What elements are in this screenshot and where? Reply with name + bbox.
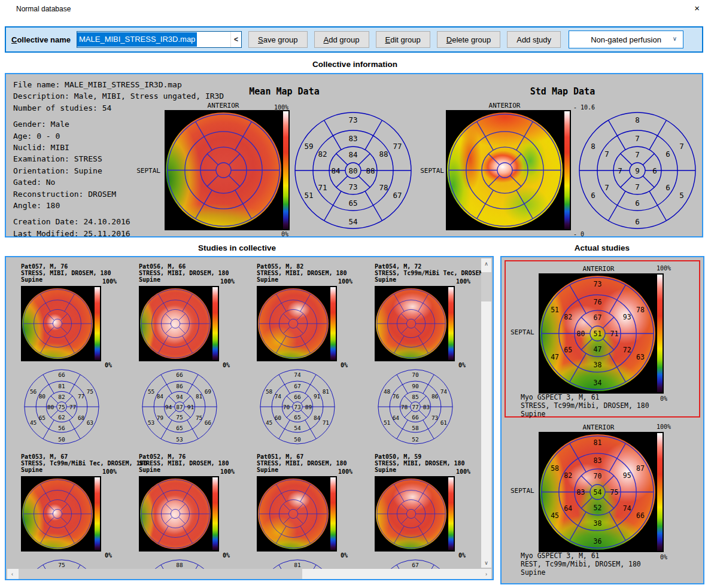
study-protocol-label: STRESS, Tc99m/MiBi Tec, DROSEM, 1 xyxy=(375,270,481,276)
delete-group-button[interactable]: Delete group xyxy=(437,31,500,48)
segment-value: 77 xyxy=(393,142,402,151)
polar-grid xyxy=(447,112,563,228)
segment-value: 84 xyxy=(348,150,357,159)
segment-value: 74 xyxy=(440,388,447,394)
segment-value: 70 xyxy=(594,472,602,480)
segment-value: 50 xyxy=(294,436,300,443)
study-cell[interactable]: Pat055, M, 82STRESS, MIBI, DROSEM, 180Su… xyxy=(257,263,375,453)
study-cell[interactable]: Pat051, M, 67STRESS, MIBI, DROSEM, 180Su… xyxy=(257,453,375,569)
scale-bottom-label: 0% xyxy=(105,552,112,559)
study-cell[interactable]: Pat054, M, 72STRESS, Tc99m/MiBi Tec, DRO… xyxy=(375,263,481,453)
view-mode-select[interactable]: Non-gated perfusion ∨ xyxy=(569,31,683,48)
input-spinner-button[interactable]: < xyxy=(230,32,241,47)
study-protocol-label: STRESS, MIBI, DROSEM, 180 xyxy=(21,270,139,276)
collective-name-input[interactable]: MALE_MIBI_STRESS_IR3D.map < xyxy=(77,31,242,48)
segment-value: 7 xyxy=(635,150,640,159)
segment-value: 88 xyxy=(366,166,375,175)
scroll-left-icon[interactable]: ‹ xyxy=(7,569,17,579)
segment-diagram: 75 xyxy=(23,559,100,569)
polar-grid xyxy=(140,288,211,359)
segment-value: 94 xyxy=(176,393,183,400)
polar-map xyxy=(257,286,337,361)
edit-group-button[interactable]: Edit group xyxy=(376,31,430,48)
actual-studies-panel: ANTERIOR100%5167807147768293657238735178… xyxy=(500,256,704,584)
map-title: Mean Map Data xyxy=(249,86,319,97)
scale-bottom-label: 0% xyxy=(223,552,230,559)
segment-value: 71 xyxy=(323,419,329,426)
vertical-scroll-thumb[interactable] xyxy=(481,272,491,301)
segment-value: 45 xyxy=(30,419,37,426)
segment-value: 78 xyxy=(636,306,645,314)
study-orientation-label: Supine xyxy=(139,276,257,283)
polar-map-image xyxy=(166,112,281,228)
vertical-scrollbar[interactable]: ∧ ∨ xyxy=(481,258,491,568)
add-group-button[interactable]: Add group xyxy=(314,31,369,48)
add-study-button[interactable]: Add study xyxy=(507,31,561,48)
horizontal-scroll-thumb[interactable] xyxy=(19,569,302,579)
polar-map xyxy=(21,476,101,552)
segment-value: 66 xyxy=(205,419,211,426)
horizontal-scrollbar[interactable]: ‹ › xyxy=(7,569,491,579)
close-icon[interactable]: × xyxy=(694,3,700,13)
scale-bottom-label: 0% xyxy=(105,362,112,368)
scale-top-label: 100% xyxy=(657,424,671,430)
segment-value: 65 xyxy=(294,414,300,421)
polar-map-image: 5167807147768293657238735178476334 xyxy=(540,276,655,391)
scroll-down-icon[interactable]: ∨ xyxy=(481,557,491,568)
segment-value: 60 xyxy=(275,414,281,421)
polar-map xyxy=(21,286,101,361)
segment-value: 66 xyxy=(294,393,300,400)
scale-bottom-label: 0% xyxy=(660,554,667,560)
polar-map-image xyxy=(140,479,211,549)
scale-bottom-label: 0% xyxy=(223,362,230,368)
scale-bottom-label: 0% xyxy=(341,362,348,368)
segment-value: 66 xyxy=(176,371,183,377)
polar-grid xyxy=(258,479,329,549)
segment-value: 47 xyxy=(551,353,559,361)
scroll-up-icon[interactable]: ∧ xyxy=(481,258,491,269)
segment-value: 83 xyxy=(577,488,585,496)
segment-value: 95 xyxy=(623,471,631,480)
save-group-button[interactable]: Save group xyxy=(248,31,308,48)
segment-value: 73 xyxy=(348,115,357,124)
anterior-label: ANTERIOR xyxy=(583,265,615,273)
study-orientation-label: Supine xyxy=(21,467,139,473)
segment-value: 65 xyxy=(39,414,45,421)
segment-value: 62 xyxy=(58,414,65,421)
actual-study-card[interactable]: ANTERIOR100%5167807147768293657238735178… xyxy=(505,260,700,418)
study-cell[interactable]: Pat053, M, 67STRESS, Tc99m/MiBi Tec, DRO… xyxy=(21,453,139,569)
study-cell[interactable]: Pat056, M, 66STRESS, MIBI, DROSEM, 180Su… xyxy=(139,263,257,453)
color-scale-bar xyxy=(448,287,454,360)
segment-value: 80 xyxy=(47,404,54,410)
segment-value: 53 xyxy=(148,419,154,426)
scroll-right-icon[interactable]: › xyxy=(481,569,491,579)
segment-value: 52 xyxy=(412,436,418,443)
study-patient-label: Pat052, M, 76 xyxy=(139,453,257,460)
info-group: File name: MALE_MIBI_STRESS_IR3D.mapDesc… xyxy=(13,79,224,114)
study-patient-label: Pat056, M, 66 xyxy=(139,263,257,270)
scale-top-label: 100% xyxy=(220,468,235,475)
segment-value: 65 xyxy=(176,424,183,431)
study-protocol-label: STRESS, MIBI, DROSEM, 180 xyxy=(375,460,481,467)
study-cell[interactable]: Pat057, M, 76STRESS, MIBI, DROSEM, 180Su… xyxy=(21,263,139,453)
scale-top-label: 100% xyxy=(267,104,288,111)
study-cell[interactable]: Pat050, M, 59STRESS, MIBI, DROSEM, 180Su… xyxy=(375,453,481,569)
segment-value: 94 xyxy=(165,404,172,410)
study-protocol-label: STRESS, Tc99m/MiBi Tec, DROSEM, 180 xyxy=(21,460,139,467)
study-line1: Myo GSPECT 3, M, 61 xyxy=(521,393,600,401)
collective-information-header: Collective information xyxy=(312,60,397,69)
segment-value: 6 xyxy=(635,217,640,226)
segment-value: 54 xyxy=(294,424,300,431)
polar-grid xyxy=(22,479,93,549)
study-cell[interactable]: Pat052, M, 76STRESS, MIBI, DROSEM, 180Su… xyxy=(139,453,257,569)
segment-value: 66 xyxy=(636,511,645,520)
polar-map-image xyxy=(376,479,446,549)
study-line2: STRESS, Tc99m/Mibi, DROSEM, 180 xyxy=(521,401,649,410)
segment-value: 75 xyxy=(196,414,202,421)
segment-value: 81 xyxy=(594,438,602,447)
collective-name-label: Collective name xyxy=(11,35,71,44)
scale-bottom-label: 0% xyxy=(458,362,466,368)
segment-value: 87 xyxy=(176,404,183,410)
actual-study-card[interactable]: ANTERIOR100%5470837552838295647438815887… xyxy=(505,419,700,576)
study-protocol-label: STRESS, MIBI, DROSEM, 180 xyxy=(257,460,375,467)
